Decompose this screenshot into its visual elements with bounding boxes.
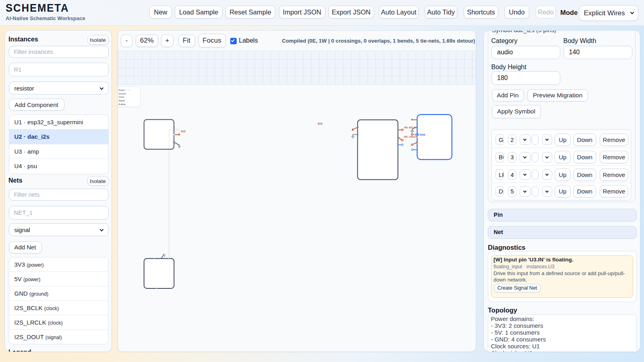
svg-text:3V3: 3V3	[318, 122, 322, 125]
svg-text:3V3: 3V3	[181, 130, 186, 133]
svg-text:I2S_LRCLK: I2S_LRCLK	[404, 136, 417, 138]
